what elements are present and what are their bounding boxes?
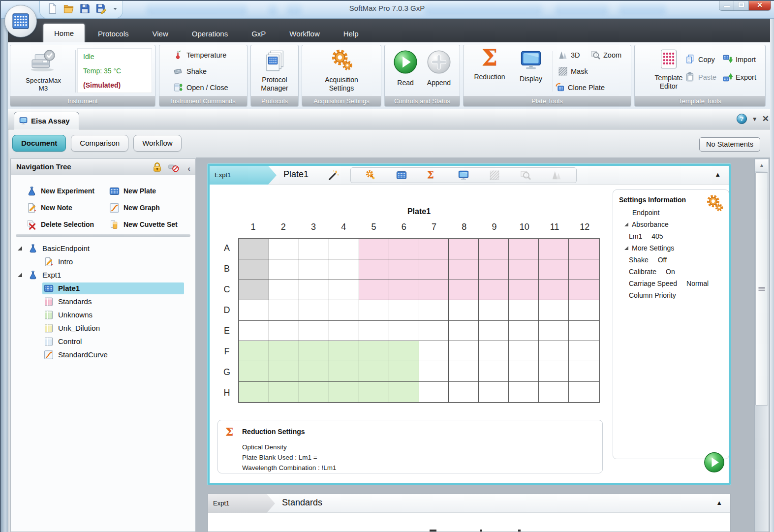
well-D3[interactable] — [299, 300, 329, 320]
tree-item-standards[interactable]: Standards — [11, 295, 195, 308]
well-E10[interactable] — [509, 321, 539, 341]
well-C4[interactable] — [329, 280, 359, 300]
well-B8[interactable] — [449, 259, 479, 280]
well-B11[interactable] — [539, 259, 569, 280]
ribbon-tab-workflow[interactable]: Workflow — [279, 26, 330, 42]
well-H5[interactable] — [359, 382, 389, 402]
well-H2[interactable] — [269, 382, 299, 402]
save-icon[interactable] — [79, 3, 91, 14]
well-H11[interactable] — [539, 382, 569, 402]
row-header-E[interactable]: E — [219, 321, 234, 342]
well-G1[interactable] — [239, 361, 269, 381]
well-B7[interactable] — [419, 259, 449, 280]
protocol-manager-button[interactable]: Protocol Manager — [254, 49, 295, 93]
column-header-7[interactable]: 7 — [419, 222, 449, 232]
scrollbar-thumb[interactable] — [755, 172, 768, 406]
well-B3[interactable] — [299, 259, 329, 280]
well-H12[interactable] — [569, 382, 599, 402]
open-file-icon[interactable] — [63, 3, 74, 14]
well-G12[interactable] — [569, 361, 599, 381]
template-editor-icon[interactable] — [396, 170, 407, 181]
open-close-button[interactable]: Open / Close — [159, 79, 247, 95]
well-H9[interactable] — [479, 382, 509, 402]
well-H10[interactable] — [509, 382, 539, 402]
tree-item-intro[interactable]: Intro — [11, 255, 195, 268]
expander-icon[interactable] — [624, 246, 628, 250]
well-D8[interactable] — [449, 300, 479, 320]
experiment-tab[interactable]: Expt1 — [210, 166, 277, 185]
experiment-tab[interactable]: Expt1 — [208, 494, 275, 513]
well-D4[interactable] — [329, 300, 359, 320]
well-B9[interactable] — [479, 259, 509, 280]
well-D7[interactable] — [419, 300, 449, 320]
acquisition-settings-icon[interactable] — [365, 170, 376, 181]
well-A8[interactable] — [449, 239, 479, 259]
well-F2[interactable] — [269, 341, 299, 361]
well-C2[interactable] — [269, 280, 299, 300]
well-A12[interactable] — [569, 239, 599, 259]
well-H8[interactable] — [449, 382, 479, 402]
column-header-11[interactable]: 11 — [540, 222, 570, 232]
well-C1[interactable] — [239, 280, 269, 300]
well-G9[interactable] — [479, 361, 509, 381]
well-G11[interactable] — [539, 361, 569, 381]
ribbon-tab-view[interactable]: View — [142, 26, 179, 42]
well-B10[interactable] — [509, 259, 539, 280]
import-button[interactable]: Import — [722, 54, 756, 64]
well-F10[interactable] — [509, 341, 539, 361]
well-C5[interactable] — [359, 280, 389, 300]
collapse-section-icon[interactable]: ▲ — [716, 499, 722, 506]
column-header-1[interactable]: 1 — [238, 222, 268, 232]
well-A7[interactable] — [419, 239, 449, 259]
well-G10[interactable] — [509, 361, 539, 381]
new-plate-button[interactable]: New Plate — [109, 186, 198, 196]
zoom-button[interactable]: Zoom — [590, 50, 621, 60]
save-as-icon[interactable] — [95, 3, 107, 14]
reduction-icon[interactable]: Σ — [427, 170, 438, 181]
chevron-down-icon[interactable]: ▼ — [752, 116, 758, 123]
well-C8[interactable] — [449, 280, 479, 300]
ribbon-tab-home[interactable]: Home — [43, 24, 85, 42]
column-header-3[interactable]: 3 — [299, 222, 329, 232]
view-tab-workflow[interactable]: Workflow — [133, 135, 181, 152]
well-G7[interactable] — [419, 361, 449, 381]
well-G4[interactable] — [329, 361, 359, 381]
minimize-button[interactable] — [719, 0, 734, 10]
new-note-button[interactable]: New Note — [27, 203, 109, 213]
well-F7[interactable] — [419, 341, 449, 361]
ribbon-tab-gxp[interactable]: GxP — [241, 26, 276, 42]
well-G2[interactable] — [269, 361, 299, 381]
well-E8[interactable] — [449, 321, 479, 341]
export-button[interactable]: Export — [722, 72, 756, 82]
display-button[interactable]: Display — [513, 49, 549, 83]
well-C11[interactable] — [539, 280, 569, 300]
tree-item-basicendpoint[interactable]: BasicEndpoint — [11, 242, 195, 255]
well-G5[interactable] — [359, 361, 389, 381]
application-menu-button[interactable] — [4, 5, 37, 37]
mask-button[interactable]: Mask — [558, 66, 588, 76]
display-icon[interactable] — [458, 170, 469, 181]
column-header-4[interactable]: 4 — [329, 222, 359, 232]
append-button[interactable]: Append — [423, 49, 455, 87]
well-D12[interactable] — [569, 300, 599, 320]
new-experiment-button[interactable]: New Experiment — [27, 186, 109, 196]
well-C3[interactable] — [299, 280, 329, 300]
well-G8[interactable] — [449, 361, 479, 381]
row-header-G[interactable]: G — [219, 362, 234, 382]
well-H1[interactable] — [239, 382, 269, 402]
well-A10[interactable] — [509, 239, 539, 259]
well-G3[interactable] — [299, 361, 329, 381]
well-E4[interactable] — [329, 321, 359, 341]
template-editor-button[interactable]: Template Editor — [648, 48, 690, 91]
well-F12[interactable] — [569, 341, 599, 361]
well-G6[interactable] — [389, 361, 419, 381]
scroll-up-arrow[interactable]: ▲ — [755, 159, 768, 171]
new-document-icon[interactable] — [47, 3, 58, 14]
well-C7[interactable] — [419, 280, 449, 300]
well-H4[interactable] — [329, 382, 359, 402]
column-header-12[interactable]: 12 — [570, 222, 600, 232]
well-B12[interactable] — [569, 259, 599, 280]
well-E1[interactable] — [239, 321, 269, 341]
help-icon[interactable]: ? — [736, 113, 747, 125]
instrument-button[interactable]: SpectraMax M3 — [12, 49, 74, 93]
